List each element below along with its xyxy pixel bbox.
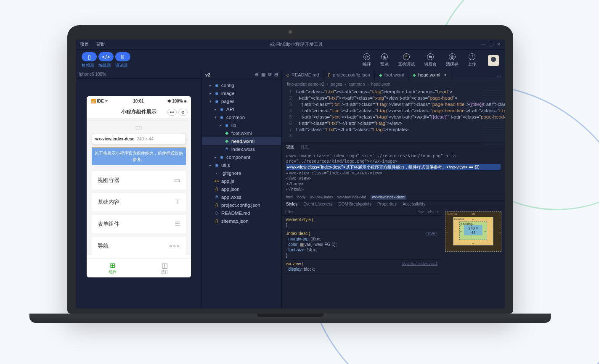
laptop-base xyxy=(29,314,551,323)
tree-node-1[interactable]: ▸■image xyxy=(202,89,281,97)
tree-node-17[interactable]: {}sitemap.json xyxy=(202,217,281,225)
css-rule-0[interactable]: element.style {} xyxy=(282,216,442,229)
subtab-4[interactable]: Accessibility xyxy=(403,202,425,206)
editor-tab-3[interactable]: ◆head.wxml× xyxy=(408,70,451,80)
subtab-2[interactable]: DOM Breakpoints xyxy=(338,202,371,206)
sim-row-1[interactable]: 基础内容𝕋 xyxy=(92,193,186,211)
styles-filter[interactable]: Filter xyxy=(285,210,294,214)
capsule-close-icon[interactable]: ⊙ xyxy=(178,109,188,116)
camera-dot xyxy=(289,30,292,34)
code-editor[interactable]: 12345678 t-attr">class="t-txt"><t-attr">… xyxy=(282,88,505,142)
inspect-tooltip: wx-view.index-desc240 × 44 xyxy=(92,134,186,144)
menu-help[interactable]: 帮助 xyxy=(96,42,106,47)
mode-simulator[interactable]: ▯ xyxy=(82,52,97,61)
highlighted-desc: 以下将展示小程序官方组件能力，组件样式仅供参考。 xyxy=(92,147,186,165)
mode-editor[interactable]: </> xyxy=(98,52,114,61)
devtab-view[interactable]: 视图 xyxy=(286,144,294,150)
tool-action-3[interactable]: ⇋切后台 xyxy=(424,53,437,67)
editor-tab-0[interactable]: ◇README.md xyxy=(282,70,323,80)
devtools-panel: 视图 日志 ▸<wx-image class="index-logo" src=… xyxy=(282,142,505,309)
subtab-1[interactable]: Event Listeners xyxy=(303,202,332,206)
tree-node-2[interactable]: ▾■pages xyxy=(202,97,281,105)
crumb-0[interactable]: html xyxy=(286,195,293,199)
tool-action-0[interactable]: ⟳编译 xyxy=(363,53,371,67)
tool-action-4[interactable]: 🗑清缓存 xyxy=(446,53,459,67)
crumb-2[interactable]: wx-view.index xyxy=(310,195,334,199)
mode-debugger[interactable]: ⊪ xyxy=(115,52,130,61)
sim-row-2[interactable]: 表单组件☰ xyxy=(92,215,186,233)
min-icon[interactable]: — xyxy=(481,42,486,47)
ide-window: 项目 帮助 v2-FinClip小程序开发工具 — ▢ ✕ ▯ </> ⊪ xyxy=(76,40,505,309)
max-icon[interactable]: ▢ xyxy=(489,42,493,47)
tree-node-9[interactable]: ▸■component xyxy=(202,153,281,161)
sim-tab-0[interactable]: ⊞组件 xyxy=(87,259,139,277)
tree-node-3[interactable]: ▸■API xyxy=(202,105,281,113)
crumb-3[interactable]: wx-view.index-hd xyxy=(337,195,366,199)
toolbar: ▯ </> ⊪ 模拟器 编辑器 调试器 ⟳编译◉预览📱真机调试⇋切后台🗑清缓存⤴… xyxy=(76,50,505,70)
subtab-3[interactable]: Properties xyxy=(377,202,397,206)
status-time: 10:01 xyxy=(133,99,144,103)
tree-node-15[interactable]: {}project.config.json xyxy=(202,201,281,209)
new-folder-icon[interactable]: ▣ xyxy=(261,72,265,77)
tree-node-5[interactable]: ▸■lib xyxy=(202,121,281,129)
refresh-icon[interactable]: ⟳ xyxy=(268,72,272,77)
tree-node-7[interactable]: ◆head.wxml xyxy=(202,137,281,145)
elements-breadcrumb[interactable]: htmlbodywx-view.indexwx-view.index-hdwx-… xyxy=(282,194,505,200)
editor-tab-row: ◇README.md{}project.config.json◆foot.wxm… xyxy=(282,70,505,80)
styles-column[interactable]: Filter :hov .cls + element.style {}<styl… xyxy=(282,208,442,309)
status-signal: 📶 IDE ᯤ xyxy=(91,99,109,103)
tree-node-10[interactable]: ▸■utils xyxy=(202,161,281,169)
subtab-0[interactable]: Styles xyxy=(286,202,297,206)
window-title: v2-FinClip小程序开发工具 xyxy=(111,41,481,47)
sim-tab-1[interactable]: ◫接口 xyxy=(139,259,191,277)
sim-row-0[interactable]: 视图容器▭ xyxy=(92,171,186,190)
tool-action-5[interactable]: ⤴上传 xyxy=(468,53,476,67)
tree-node-0[interactable]: ▸■config xyxy=(202,81,281,89)
tool-action-2[interactable]: 📱真机调试 xyxy=(398,53,415,67)
menubar: 项目 帮助 xyxy=(80,41,111,47)
add-rule-icon[interactable]: + xyxy=(436,210,438,214)
simulator-pane: iphone6 100% 📶 IDE ᯤ 10:01 ✽ 100% ■ 小程序组… xyxy=(76,70,202,309)
avatar[interactable] xyxy=(488,55,499,66)
laptop-frame: 项目 帮助 v2-FinClip小程序开发工具 — ▢ ✕ ▯ </> ⊪ xyxy=(67,25,513,323)
tree-node-4[interactable]: ▾■common xyxy=(202,113,281,121)
tree-node-13[interactable]: {}app.json xyxy=(202,185,281,193)
editor-area: ◇README.md{}project.config.json◆foot.wxm… xyxy=(282,70,505,309)
mode-label-0: 模拟器 xyxy=(82,63,94,69)
nav-title: 小程序组件展示 xyxy=(121,108,156,116)
capsule-menu-icon[interactable]: ••• xyxy=(167,109,177,116)
explorer-root: v2 xyxy=(205,72,210,77)
titlebar: 项目 帮助 v2-FinClip小程序开发工具 — ▢ ✕ xyxy=(76,40,505,50)
tree-node-6[interactable]: ◆foot.wxml xyxy=(202,129,281,137)
file-explorer: v2 ⊕ ▣ ⟳ ⊟ ▸■config▸■image▾■pages▸■API▾■… xyxy=(202,70,282,309)
tabs-more-icon[interactable]: ⋯ xyxy=(493,74,505,80)
menu-project[interactable]: 项目 xyxy=(80,42,89,47)
hov-toggle[interactable]: :hov xyxy=(416,210,424,214)
collapse-icon[interactable]: ⊟ xyxy=(274,72,278,77)
new-file-icon[interactable]: ⊕ xyxy=(255,72,259,77)
mode-label-1: 编辑器 xyxy=(98,63,111,69)
box-model: margin10––– border–––– padding–––– 240 ×… xyxy=(442,208,505,309)
sim-row-3[interactable]: 导航∘∘∘ xyxy=(92,237,186,255)
editor-tab-2[interactable]: ◆foot.wxml xyxy=(375,70,408,80)
tool-action-1[interactable]: ◉预览 xyxy=(380,53,389,67)
cls-toggle[interactable]: .cls xyxy=(427,210,433,214)
status-battery: ✽ 100% ■ xyxy=(167,99,186,103)
tree-node-8[interactable]: #index.wxss xyxy=(202,145,281,153)
editor-tab-1[interactable]: {}project.config.json xyxy=(323,70,374,80)
css-rule-1[interactable]: <style>.index-desc { margin-top: 10px; c… xyxy=(282,229,442,260)
tree-node-14[interactable]: #app.wxss xyxy=(202,193,281,201)
tree-node-12[interactable]: JSapp.js xyxy=(202,177,281,185)
crumb-1[interactable]: body xyxy=(297,195,306,199)
simulator-device-label: iphone6 100% xyxy=(76,70,201,79)
tree-node-11[interactable]: ·.gitignore xyxy=(202,169,281,177)
tree-node-16[interactable]: ◇README.md xyxy=(202,209,281,217)
minimap[interactable] xyxy=(483,90,504,145)
close-icon[interactable]: ✕ xyxy=(497,42,501,47)
elements-tree[interactable]: ▸<wx-image class="index-logo" src="../re… xyxy=(282,151,505,194)
editor-breadcrumb: fino-applet-demo-v2›pages›common›head.wx… xyxy=(282,80,505,88)
devtab-log[interactable]: 日志 xyxy=(300,144,309,150)
css-rule-2[interactable]: localfile:/_index.css:2wx-view { display… xyxy=(282,260,442,274)
crumb-4[interactable]: wx-view.index-desc xyxy=(371,195,407,200)
mode-label-2: 调试器 xyxy=(115,63,128,69)
